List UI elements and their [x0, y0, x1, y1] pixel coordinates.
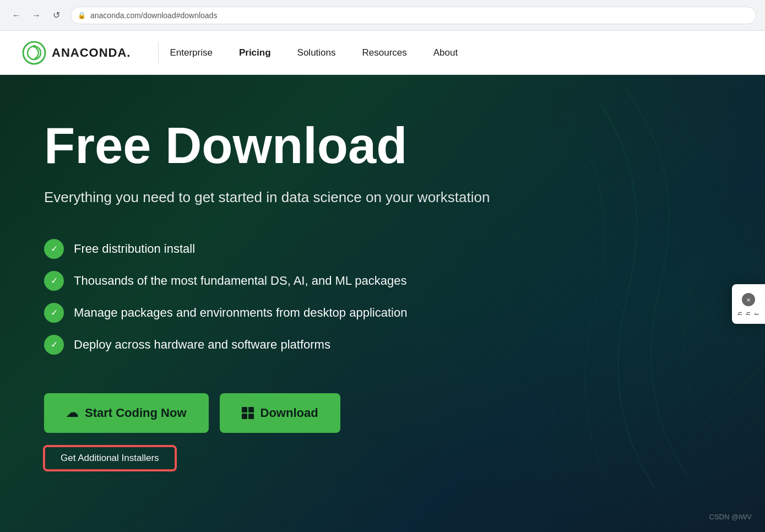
- win-sq-4: [248, 414, 254, 419]
- nav-pricing[interactable]: Pricing: [239, 47, 271, 58]
- forward-button[interactable]: →: [29, 8, 44, 23]
- btn-row: ☁ Start Coding Now Download: [44, 393, 340, 433]
- feature-text-3: Manage packages and environments from de…: [74, 306, 407, 320]
- logo-text: ANACONDA.: [52, 46, 131, 60]
- cta-buttons: ☁ Start Coding Now Download Get Addition…: [44, 393, 721, 470]
- side-popup: × hhf: [732, 284, 765, 324]
- hero-subtitle: Everything you need to get started in da…: [44, 189, 540, 206]
- feature-text-1: Free distribution install: [74, 242, 195, 256]
- windows-icon: [242, 407, 254, 419]
- site-header: ANACONDA. Enterprise Pricing Solutions R…: [0, 31, 765, 75]
- reload-button[interactable]: ↺: [48, 8, 64, 23]
- start-coding-label: Start Coding Now: [85, 406, 187, 420]
- feature-item-2: ✓ Thousands of the most fundamental DS, …: [44, 271, 721, 291]
- check-icon-4: ✓: [44, 335, 64, 355]
- feature-item-3: ✓ Manage packages and environments from …: [44, 303, 721, 323]
- download-button[interactable]: Download: [220, 393, 340, 433]
- popup-text: hhf: [736, 312, 761, 315]
- feature-list: ✓ Free distribution install ✓ Thousands …: [44, 239, 721, 355]
- feature-text-2: Thousands of the most fundamental DS, AI…: [74, 274, 407, 288]
- nav-solutions[interactable]: Solutions: [297, 47, 336, 58]
- feature-item-1: ✓ Free distribution install: [44, 239, 721, 259]
- svg-point-2: [33, 45, 36, 47]
- back-button[interactable]: ←: [9, 8, 24, 23]
- download-label: Download: [261, 406, 318, 420]
- site-nav: Enterprise Pricing Solutions Resources A…: [170, 47, 458, 58]
- nav-enterprise[interactable]: Enterprise: [170, 47, 212, 58]
- close-popup-button[interactable]: ×: [742, 293, 755, 306]
- logo-divider: [158, 42, 159, 64]
- logo-area: ANACONDA.: [22, 41, 131, 65]
- hero-title: Free Download: [44, 119, 485, 172]
- address-bar[interactable]: 🔒 anaconda.com/download#downloads: [70, 7, 756, 24]
- additional-installers-button[interactable]: Get Additional Installers: [44, 446, 176, 470]
- hero-section: Free Download Everything you need to get…: [0, 75, 765, 532]
- url-text: anaconda.com/download#downloads: [90, 11, 217, 20]
- feature-text-4: Deploy across hardware and software plat…: [74, 338, 330, 352]
- feature-item-4: ✓ Deploy across hardware and software pl…: [44, 335, 721, 355]
- win-sq-3: [242, 414, 247, 419]
- browser-chrome: ← → ↺ 🔒 anaconda.com/download#downloads: [0, 0, 765, 31]
- start-coding-button[interactable]: ☁ Start Coding Now: [44, 393, 209, 433]
- check-icon-3: ✓: [44, 303, 64, 323]
- watermark: CSDN @iWV: [709, 513, 752, 521]
- nav-resources[interactable]: Resources: [362, 47, 407, 58]
- win-sq-1: [242, 407, 247, 412]
- anaconda-logo-icon: [22, 41, 46, 65]
- cloud-icon: ☁: [66, 406, 78, 420]
- lock-icon: 🔒: [78, 12, 86, 19]
- win-sq-2: [248, 407, 254, 412]
- nav-about[interactable]: About: [433, 47, 458, 58]
- check-icon-1: ✓: [44, 239, 64, 259]
- browser-nav-buttons: ← → ↺: [9, 8, 64, 23]
- check-icon-2: ✓: [44, 271, 64, 291]
